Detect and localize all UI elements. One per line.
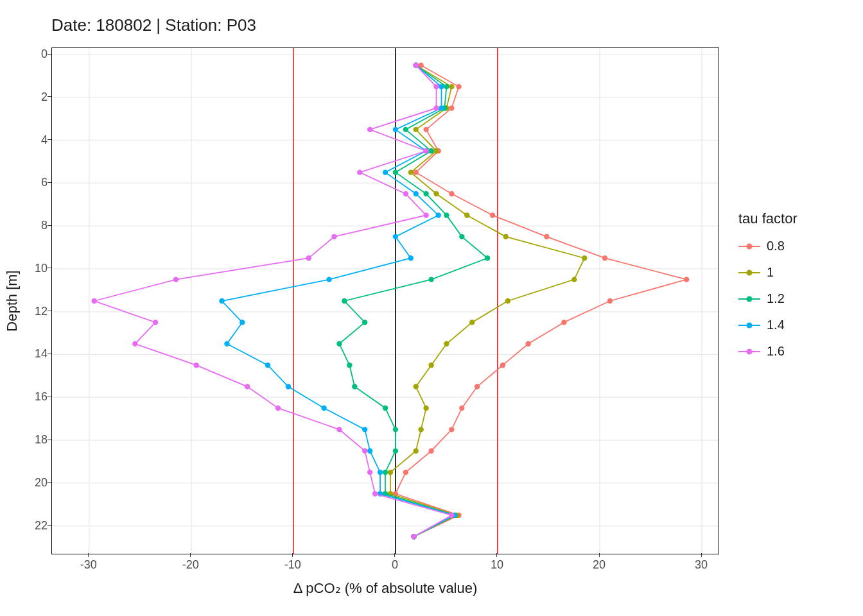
legend-label: 1.6: [767, 344, 785, 359]
legend-item: 1: [738, 265, 798, 280]
series-point: [153, 320, 158, 325]
y-tick-label: 12: [9, 304, 48, 318]
series-point: [433, 84, 439, 89]
series-point: [439, 105, 444, 110]
series-point: [411, 534, 416, 539]
series-point: [561, 320, 566, 325]
legend-swatch: [738, 325, 760, 326]
series-point: [428, 277, 433, 282]
legend-swatch: [738, 272, 760, 273]
legend-swatch: [738, 298, 760, 300]
series-point: [449, 84, 454, 89]
series-point: [306, 255, 311, 261]
x-tick-mark: [701, 553, 702, 557]
y-tick-mark: [48, 354, 51, 354]
y-tick-label: 14: [9, 347, 48, 361]
y-tick-label: 4: [9, 133, 48, 146]
series-point: [414, 169, 419, 175]
series-point: [367, 449, 372, 454]
series-point: [224, 341, 229, 346]
series-point: [372, 491, 378, 496]
series-point: [383, 406, 388, 411]
legend: tau factor 0.811.21.41.6: [738, 210, 798, 370]
legend-label: 1: [767, 265, 774, 280]
legend-title: tau factor: [738, 210, 798, 227]
series-point: [393, 169, 398, 175]
legend-label: 1.2: [767, 291, 785, 306]
y-tick-label: 0: [9, 47, 48, 61]
plot-area: [51, 47, 719, 554]
series-point: [444, 341, 449, 346]
series-point: [582, 255, 587, 261]
y-tick-label: 18: [9, 433, 48, 447]
series-point: [571, 277, 577, 282]
series-point: [684, 277, 689, 282]
y-tick-mark: [48, 268, 51, 268]
y-tick-mark: [48, 96, 51, 97]
series-point: [331, 234, 336, 239]
series-point: [444, 84, 449, 89]
x-tick-label: -20: [182, 558, 199, 572]
series-point: [428, 363, 433, 368]
series-point: [393, 234, 398, 239]
x-tick-mark: [190, 553, 191, 557]
series-point: [414, 127, 419, 132]
series-point: [503, 234, 508, 239]
series-point: [362, 449, 367, 454]
y-tick-label: 22: [9, 518, 48, 532]
legend-item: 1.6: [738, 344, 798, 359]
series-point: [408, 169, 414, 175]
series-point: [485, 255, 490, 261]
series-point: [414, 384, 419, 389]
x-axis-label: Δ pCO₂ (% of absolute value): [51, 580, 719, 597]
plot-svg: [52, 48, 719, 554]
x-tick-mark: [599, 553, 600, 557]
series-point: [388, 470, 393, 475]
series-point: [367, 470, 372, 475]
series-point: [525, 341, 530, 346]
x-tick-label: 30: [695, 558, 708, 572]
series-point: [423, 127, 428, 132]
y-tick-mark: [48, 440, 51, 440]
y-tick-mark: [48, 54, 51, 55]
y-tick-label: 16: [9, 390, 48, 404]
series-point: [500, 363, 505, 368]
series-point: [91, 298, 96, 304]
series-point: [475, 384, 480, 389]
series-point: [352, 384, 357, 389]
y-tick-label: 8: [9, 219, 48, 232]
chart-title: Date: 180802 | Station: P03: [51, 15, 256, 35]
series-point: [336, 427, 342, 432]
series-point: [393, 449, 398, 454]
series-point: [342, 298, 347, 304]
series-point: [367, 127, 372, 132]
y-tick-mark: [48, 182, 51, 183]
series-point: [173, 277, 179, 282]
series-point: [433, 105, 439, 110]
series-point: [459, 406, 464, 411]
series-point: [428, 148, 433, 153]
series-point: [433, 148, 439, 153]
series-point: [607, 298, 613, 304]
series-point: [449, 191, 454, 196]
series-point: [393, 427, 398, 432]
chart-container: Date: 180802 | Station: P03 Δ pCO₂ (% of…: [0, 0, 863, 616]
series-point: [321, 406, 326, 411]
series-point: [428, 449, 433, 454]
series-point: [602, 255, 607, 261]
x-tick-mark: [292, 553, 293, 557]
y-tick-label: 10: [9, 261, 48, 275]
series-point: [436, 212, 441, 218]
series-point: [403, 127, 408, 132]
y-tick-mark: [48, 139, 51, 140]
series-point: [423, 212, 428, 218]
series-point: [265, 363, 270, 368]
series-point: [464, 212, 469, 218]
series-point: [456, 84, 461, 89]
series-point: [362, 320, 367, 325]
series-point: [505, 298, 510, 304]
x-tick-label: 0: [392, 558, 398, 572]
series-point: [423, 191, 428, 196]
series-point: [459, 234, 464, 239]
legend-item: 1.4: [738, 318, 798, 332]
